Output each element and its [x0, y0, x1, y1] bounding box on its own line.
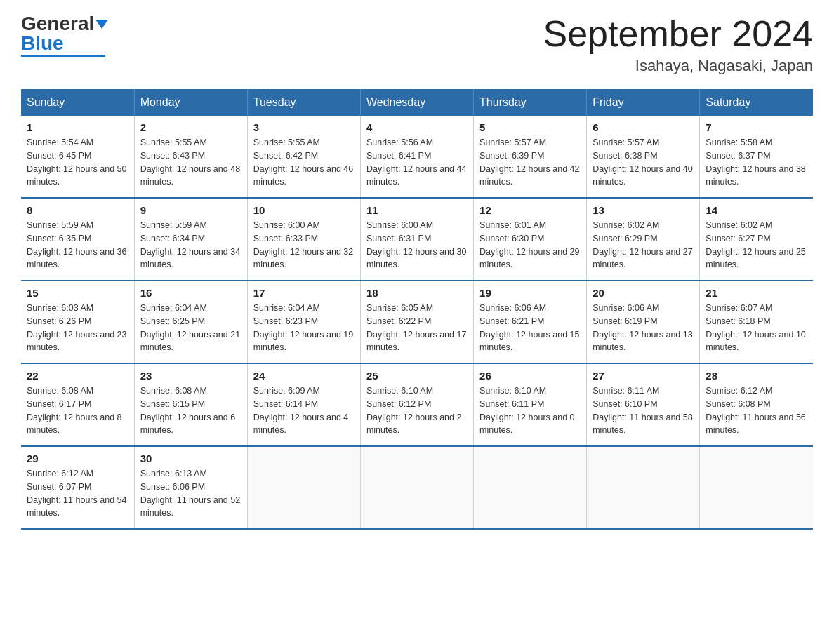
calendar-cell: 20Sunrise: 6:06 AMSunset: 6:19 PMDayligh…	[587, 281, 700, 363]
calendar-cell: 28Sunrise: 6:12 AMSunset: 6:08 PMDayligh…	[700, 363, 813, 446]
day-number: 25	[366, 370, 468, 382]
day-info: Sunrise: 6:04 AMSunset: 6:25 PMDaylight:…	[140, 302, 241, 354]
calendar-cell	[360, 446, 473, 529]
day-info: Sunrise: 5:58 AMSunset: 6:37 PMDaylight:…	[706, 136, 807, 189]
day-info: Sunrise: 6:01 AMSunset: 6:30 PMDaylight:…	[479, 219, 581, 271]
day-number: 21	[706, 287, 807, 299]
calendar-cell: 8Sunrise: 5:59 AMSunset: 6:35 PMDaylight…	[21, 198, 134, 281]
day-info: Sunrise: 5:59 AMSunset: 6:34 PMDaylight:…	[140, 219, 241, 271]
col-thursday: Thursday	[474, 89, 587, 116]
day-number: 7	[706, 121, 807, 133]
day-number: 15	[27, 287, 128, 299]
day-info: Sunrise: 6:06 AMSunset: 6:21 PMDaylight:…	[479, 302, 581, 354]
calendar-cell: 24Sunrise: 6:09 AMSunset: 6:14 PMDayligh…	[247, 363, 360, 446]
logo-triangle-icon	[95, 20, 108, 29]
day-number: 10	[253, 204, 355, 216]
day-info: Sunrise: 6:08 AMSunset: 6:17 PMDaylight:…	[27, 384, 128, 437]
day-number: 27	[593, 370, 694, 382]
day-info: Sunrise: 6:11 AMSunset: 6:10 PMDaylight:…	[593, 384, 694, 437]
calendar-cell: 1Sunrise: 5:54 AMSunset: 6:45 PMDaylight…	[21, 116, 134, 198]
calendar-cell: 26Sunrise: 6:10 AMSunset: 6:11 PMDayligh…	[474, 363, 587, 446]
calendar-cell: 10Sunrise: 6:00 AMSunset: 6:33 PMDayligh…	[247, 198, 360, 281]
calendar-cell: 4Sunrise: 5:56 AMSunset: 6:41 PMDaylight…	[360, 116, 473, 198]
logo-general: General	[21, 13, 94, 34]
day-number: 6	[593, 121, 694, 133]
day-info: Sunrise: 6:10 AMSunset: 6:12 PMDaylight:…	[366, 384, 468, 437]
calendar-header-row: Sunday Monday Tuesday Wednesday Thursday…	[21, 89, 813, 116]
calendar-cell	[247, 446, 360, 529]
day-number: 11	[366, 204, 468, 216]
day-number: 16	[140, 287, 241, 299]
col-monday: Monday	[134, 89, 247, 116]
col-friday: Friday	[587, 89, 700, 116]
calendar-week-row: 8Sunrise: 5:59 AMSunset: 6:35 PMDaylight…	[21, 198, 813, 281]
day-number: 1	[27, 121, 128, 133]
calendar-cell: 27Sunrise: 6:11 AMSunset: 6:10 PMDayligh…	[587, 363, 700, 446]
day-number: 3	[253, 121, 355, 133]
day-info: Sunrise: 6:08 AMSunset: 6:15 PMDaylight:…	[140, 384, 241, 437]
calendar-cell: 16Sunrise: 6:04 AMSunset: 6:25 PMDayligh…	[134, 281, 247, 363]
day-info: Sunrise: 5:55 AMSunset: 6:43 PMDaylight:…	[140, 136, 241, 189]
day-info: Sunrise: 6:00 AMSunset: 6:33 PMDaylight:…	[253, 219, 355, 271]
calendar-week-row: 22Sunrise: 6:08 AMSunset: 6:17 PMDayligh…	[21, 363, 813, 446]
calendar-table: Sunday Monday Tuesday Wednesday Thursday…	[21, 89, 813, 530]
col-wednesday: Wednesday	[360, 89, 473, 116]
col-tuesday: Tuesday	[247, 89, 360, 116]
calendar-cell: 19Sunrise: 6:06 AMSunset: 6:21 PMDayligh…	[474, 281, 587, 363]
logo: General Blue	[21, 14, 108, 57]
day-number: 30	[140, 452, 241, 464]
calendar-cell: 3Sunrise: 5:55 AMSunset: 6:42 PMDaylight…	[247, 116, 360, 198]
calendar-week-row: 29Sunrise: 6:12 AMSunset: 6:07 PMDayligh…	[21, 446, 813, 529]
day-info: Sunrise: 6:07 AMSunset: 6:18 PMDaylight:…	[706, 302, 807, 354]
day-number: 19	[479, 287, 581, 299]
day-number: 14	[706, 204, 807, 216]
calendar-cell: 14Sunrise: 6:02 AMSunset: 6:27 PMDayligh…	[700, 198, 813, 281]
day-info: Sunrise: 5:57 AMSunset: 6:38 PMDaylight:…	[593, 136, 694, 189]
calendar-cell: 13Sunrise: 6:02 AMSunset: 6:29 PMDayligh…	[587, 198, 700, 281]
day-number: 20	[593, 287, 694, 299]
day-info: Sunrise: 5:55 AMSunset: 6:42 PMDaylight:…	[253, 136, 355, 189]
day-info: Sunrise: 5:56 AMSunset: 6:41 PMDaylight:…	[366, 136, 468, 189]
col-sunday: Sunday	[21, 89, 134, 116]
day-number: 24	[253, 370, 355, 382]
day-number: 12	[479, 204, 581, 216]
calendar-cell: 18Sunrise: 6:05 AMSunset: 6:22 PMDayligh…	[360, 281, 473, 363]
calendar-cell: 21Sunrise: 6:07 AMSunset: 6:18 PMDayligh…	[700, 281, 813, 363]
day-number: 9	[140, 204, 241, 216]
calendar-cell	[474, 446, 587, 529]
day-info: Sunrise: 6:05 AMSunset: 6:22 PMDaylight:…	[366, 302, 468, 354]
day-info: Sunrise: 6:02 AMSunset: 6:27 PMDaylight:…	[706, 219, 807, 271]
day-number: 17	[253, 287, 355, 299]
day-number: 5	[479, 121, 581, 133]
calendar-week-row: 15Sunrise: 6:03 AMSunset: 6:26 PMDayligh…	[21, 281, 813, 363]
calendar-cell: 23Sunrise: 6:08 AMSunset: 6:15 PMDayligh…	[134, 363, 247, 446]
day-number: 29	[27, 452, 128, 464]
day-info: Sunrise: 6:03 AMSunset: 6:26 PMDaylight:…	[27, 302, 128, 354]
day-number: 18	[366, 287, 468, 299]
day-info: Sunrise: 5:59 AMSunset: 6:35 PMDaylight:…	[27, 219, 128, 271]
calendar-cell: 25Sunrise: 6:10 AMSunset: 6:12 PMDayligh…	[360, 363, 473, 446]
day-number: 28	[706, 370, 807, 382]
month-title: September 2024	[543, 14, 814, 54]
day-info: Sunrise: 6:12 AMSunset: 6:08 PMDaylight:…	[706, 384, 807, 437]
location: Isahaya, Nagasaki, Japan	[543, 57, 814, 75]
calendar-cell	[700, 446, 813, 529]
day-info: Sunrise: 6:00 AMSunset: 6:31 PMDaylight:…	[366, 219, 468, 271]
calendar-cell: 9Sunrise: 5:59 AMSunset: 6:34 PMDaylight…	[134, 198, 247, 281]
day-info: Sunrise: 5:54 AMSunset: 6:45 PMDaylight:…	[27, 136, 128, 189]
calendar-week-row: 1Sunrise: 5:54 AMSunset: 6:45 PMDaylight…	[21, 116, 813, 198]
calendar-cell: 22Sunrise: 6:08 AMSunset: 6:17 PMDayligh…	[21, 363, 134, 446]
calendar-cell: 30Sunrise: 6:13 AMSunset: 6:06 PMDayligh…	[134, 446, 247, 529]
calendar-cell: 15Sunrise: 6:03 AMSunset: 6:26 PMDayligh…	[21, 281, 134, 363]
day-number: 8	[27, 204, 128, 216]
day-number: 4	[366, 121, 468, 133]
calendar-cell: 11Sunrise: 6:00 AMSunset: 6:31 PMDayligh…	[360, 198, 473, 281]
logo-underline	[21, 55, 105, 57]
day-info: Sunrise: 6:04 AMSunset: 6:23 PMDaylight:…	[253, 302, 355, 354]
logo-blue: Blue	[21, 32, 64, 54]
day-number: 26	[479, 370, 581, 382]
day-info: Sunrise: 6:02 AMSunset: 6:29 PMDaylight:…	[593, 219, 694, 271]
day-info: Sunrise: 6:13 AMSunset: 6:06 PMDaylight:…	[140, 467, 241, 520]
calendar-cell: 12Sunrise: 6:01 AMSunset: 6:30 PMDayligh…	[474, 198, 587, 281]
calendar-cell: 2Sunrise: 5:55 AMSunset: 6:43 PMDaylight…	[134, 116, 247, 198]
